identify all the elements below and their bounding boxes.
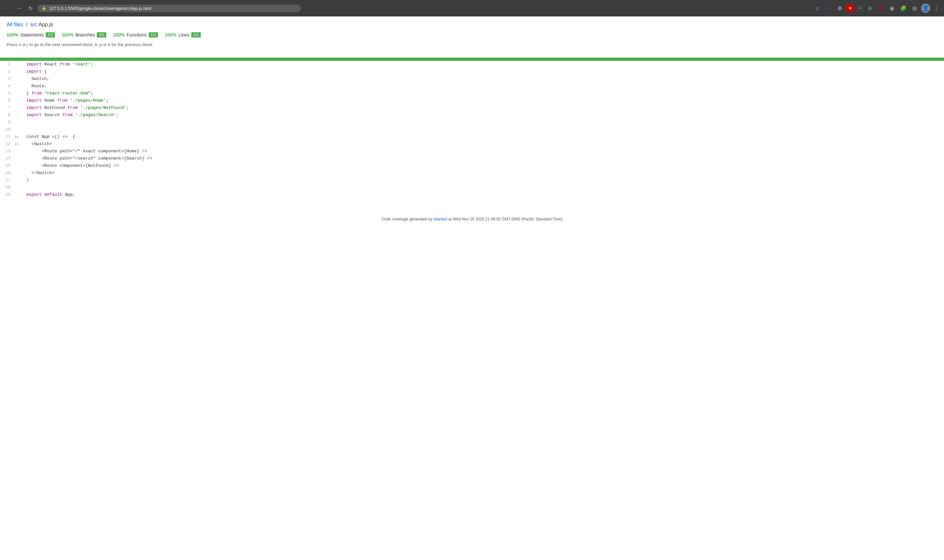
address-input[interactable]: [49, 6, 297, 11]
code-line: 10: [0, 126, 944, 133]
back-button[interactable]: ←: [3, 4, 12, 13]
reload-button[interactable]: ↻: [26, 4, 35, 13]
line-number: 13: [0, 148, 13, 155]
code-line: 122x <Switch>: [0, 140, 944, 148]
line-number: 1: [0, 61, 13, 68]
code-content: Route,: [23, 83, 944, 90]
dropbox-ext-icon[interactable]: ◇: [824, 4, 833, 13]
statements-label: Statements: [20, 32, 44, 37]
page-footer: Code coverage generated by istanbul at W…: [0, 212, 944, 227]
code-content: import NotFound from './pages/NotFound';: [23, 104, 944, 112]
code-line: 7import NotFound from './pages/NotFound'…: [0, 104, 944, 112]
code-line: 17): [0, 177, 944, 184]
address-bar-container[interactable]: 🔒: [37, 5, 301, 12]
line-number: 14: [0, 155, 13, 162]
code-content: import {: [23, 68, 944, 75]
line-number: 4: [0, 83, 13, 90]
menu-dots[interactable]: ⋮: [932, 5, 941, 12]
stats-row: 100% Statements 2/2 100% Branches 0/0 10…: [6, 32, 938, 37]
line-number: 18: [0, 184, 13, 191]
line-number: 9: [0, 119, 13, 126]
breadcrumb-src[interactable]: src: [30, 22, 37, 27]
stat-statements: 100% Statements 2/2: [6, 32, 55, 37]
lines-pct: 100%: [165, 32, 176, 37]
cast-icon[interactable]: ⊟: [910, 4, 919, 13]
code-line: 8import Search from './pages/Search';: [0, 112, 944, 119]
line-number: 15: [0, 162, 13, 169]
lock-icon: 🔒: [42, 6, 46, 11]
bookmark-icon[interactable]: ☆: [813, 4, 822, 13]
hit-count: 1x: [13, 133, 23, 140]
code-content: } from "react-router-dom";: [23, 90, 944, 97]
ext-icon-1[interactable]: H: [846, 4, 854, 12]
code-content: <Route component={NotFound} />: [23, 162, 944, 169]
page-content: All files / src App.js 100% Statements 2…: [0, 17, 944, 58]
browser-chrome: ← → ↻ 🔒 ☆ ◇ ⚙ H off ⊕ ⊗ ◉ 🧩 ⊟ 👤 ⋮: [0, 0, 944, 17]
code-section: 1import React from 'react';2import {3 Sw…: [0, 61, 944, 198]
code-line: 1import React from 'react';: [0, 61, 944, 68]
code-line: 4 Route,: [0, 83, 944, 90]
istanbul-link[interactable]: istanbul: [433, 217, 447, 222]
lines-badge: 2/2: [191, 32, 201, 37]
footer-text: Code coverage generated by: [382, 217, 433, 222]
branches-badge: 0/0: [97, 32, 106, 37]
code-content: import Home from './pages/Home';: [23, 97, 944, 104]
breadcrumb-separator: /: [26, 22, 27, 27]
line-number: 10: [0, 126, 13, 133]
code-content: <Route path="/search" component={Search}…: [23, 155, 944, 162]
code-content: </Switch>: [23, 169, 944, 177]
branches-label: Branches: [75, 32, 95, 37]
footer-suffix: at Wed Nov 25 2020 21:48:02 GMT-0800 (Pa…: [447, 217, 562, 222]
code-line: 2import {: [0, 68, 944, 75]
ext-icon-4[interactable]: ◉: [887, 4, 896, 13]
line-number: 8: [0, 112, 13, 119]
code-content: const App =() => {: [23, 133, 944, 140]
forward-button[interactable]: →: [14, 4, 24, 13]
line-number: 16: [0, 169, 13, 177]
help-text: Press n or j to go to the next uncovered…: [6, 42, 938, 47]
stat-lines: 100% Lines 2/2: [165, 32, 201, 37]
code-line: 16 </Switch>: [0, 169, 944, 177]
line-number: 2: [0, 68, 13, 75]
breadcrumb-all-files[interactable]: All files: [6, 22, 23, 27]
functions-badge: 1/1: [149, 32, 158, 37]
code-content: <Route path="/" exact component={Home} /…: [23, 148, 944, 155]
settings-icon[interactable]: ⚙: [835, 4, 844, 13]
line-number: 12: [0, 140, 13, 148]
lines-label: Lines: [179, 32, 189, 37]
code-line: 14 <Route path="/search" component={Sear…: [0, 155, 944, 162]
profile-avatar[interactable]: 👤: [921, 4, 930, 13]
code-content: import Search from './pages/Search';: [23, 112, 944, 119]
statements-badge: 2/2: [46, 32, 55, 37]
line-number: 6: [0, 97, 13, 104]
ext-icon-2[interactable]: ⊕: [865, 4, 874, 13]
off-badge: off: [856, 6, 863, 11]
code-content: ): [23, 177, 944, 184]
browser-toolbar-right: ☆ ◇ ⚙ H off ⊕ ⊗ ◉ 🧩 ⊟ 👤 ⋮: [813, 4, 941, 13]
line-number: 17: [0, 177, 13, 184]
functions-label: Functions: [127, 32, 147, 37]
stat-functions: 100% Functions 1/1: [113, 32, 158, 37]
line-number: 5: [0, 90, 13, 97]
code-content: export default App;: [23, 191, 944, 198]
statements-pct: 100%: [6, 32, 18, 37]
ext-icon-3[interactable]: ⊗: [876, 4, 885, 13]
breadcrumb-filename-text: App.js: [38, 22, 53, 27]
extensions-icon[interactable]: 🧩: [899, 4, 908, 13]
stat-branches: 100% Branches 0/0: [62, 32, 106, 37]
code-line: 18: [0, 184, 944, 191]
coverage-bar: [0, 58, 944, 61]
hit-count: 2x: [13, 140, 23, 148]
code-line: 9: [0, 119, 944, 126]
code-line: 3 Switch,: [0, 75, 944, 83]
code-content: <Switch>: [23, 140, 944, 148]
code-content: import React from 'react';: [23, 61, 944, 68]
code-line: 111xconst App =() => {: [0, 133, 944, 140]
line-number: 3: [0, 75, 13, 83]
line-number: 11: [0, 133, 13, 140]
branches-pct: 100%: [62, 32, 73, 37]
breadcrumb: All files / src App.js: [6, 22, 938, 28]
line-number: 7: [0, 104, 13, 112]
nav-buttons: ← → ↻: [3, 4, 35, 13]
functions-pct: 100%: [113, 32, 125, 37]
